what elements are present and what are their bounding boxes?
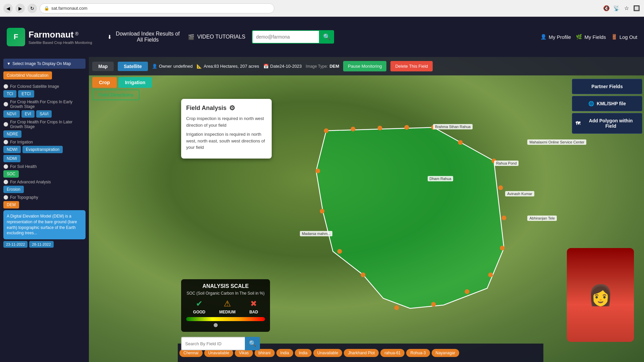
map-tab-map[interactable]: Map (92, 62, 114, 71)
app-header: F Farmonaut ® Satellite Based Crop Healt… (0, 17, 644, 57)
field-chip-india-1[interactable]: India (276, 349, 293, 357)
browser-actions: 🔇 📡 ☆ 🔲 (602, 4, 641, 12)
map-label-rahua-pond: Rahua Pond (494, 161, 519, 166)
scale-icons: ✔ GOOD ⚠ MEDIUM ✖ BAD (186, 299, 265, 314)
date-tag-2[interactable]: 28-11-2022 (29, 241, 53, 248)
evi-tag[interactable]: EVI (21, 110, 35, 118)
header-search-section: 🔍 (252, 30, 334, 44)
image-type-info: Image Type: DEM (306, 64, 339, 69)
etci-tag[interactable]: ETCI (18, 90, 34, 98)
app-name: Farmonaut (29, 29, 73, 40)
delete-field-button[interactable]: Delete This Field (390, 61, 432, 71)
logout-icon: 🚪 (611, 34, 618, 40)
my-fields-label: My Fields (584, 34, 606, 40)
popup-text-2: Irrigation inspection is required in nor… (186, 131, 267, 151)
ndmi-tag[interactable]: NDMI (3, 155, 20, 162)
url-bar[interactable]: 🔒 sat.farmonaut.com (40, 3, 274, 13)
colorblind-button[interactable]: Colorblind Visualization (3, 71, 52, 79)
field-chip-rahua-61[interactable]: rahua-61 (380, 349, 405, 357)
my-profile-button[interactable]: 👤 My Profile (540, 34, 571, 40)
logout-label: Log Out (620, 34, 637, 40)
map-label-mahalaxmi: Mahalaxmi Online Service Center (527, 139, 586, 145)
refresh-button[interactable]: ↻ (28, 4, 37, 13)
crop-irrigation-row: Crop Irrigation (92, 77, 152, 88)
bad-icon: ✖ (250, 299, 257, 308)
sidebar: ▼ Select Image To Display On Map Colorbl… (0, 57, 89, 362)
field-chip-nayanagar[interactable]: Nayanagar (432, 349, 460, 357)
dem-tag[interactable]: DEM (3, 201, 19, 208)
section-colored-satellite: ⚪ For Colored Satellite Image (3, 84, 86, 89)
star-icon[interactable]: ☆ (623, 4, 631, 12)
map-tab-satellite[interactable]: Satellite (118, 62, 148, 71)
field-chip-india-2[interactable]: India (295, 349, 312, 357)
scale-marker-dot (214, 323, 218, 327)
erosion-tag[interactable]: Erosion (3, 186, 24, 193)
map-label-brahma: Brahma Sthan Rahua (433, 124, 473, 129)
field-id-search-input[interactable] (181, 337, 245, 350)
owner-info: 👤 Owner undefined (152, 64, 193, 69)
date-tag-1[interactable]: 23-11-2022 (3, 241, 28, 248)
url-text: sat.farmonaut.com (51, 6, 88, 11)
section-crop-early: ⚪ For Crop Health For Crops In Early Gro… (3, 100, 86, 109)
field-id-search-button[interactable]: 🔍 (245, 337, 260, 350)
ndre-tag[interactable]: NDRE (3, 130, 21, 138)
add-polygon-button[interactable]: 🗺 Add Polygon within Field (572, 113, 642, 134)
back-button[interactable]: ◀ (3, 4, 13, 13)
scale-marker (186, 323, 265, 328)
field-chip-rohua-3[interactable]: Rohua-3 (406, 349, 430, 357)
scale-good: ✔ GOOD (193, 299, 206, 314)
video-icon: 🎬 (188, 34, 195, 40)
section-advanced: ⚪ For Advanced Analysis (3, 180, 86, 184)
savi-tag[interactable]: SAVI (36, 110, 52, 118)
field-action-buttons: Crop Irrigation Field Directions (92, 77, 152, 100)
kml-icon: 🌐 (588, 101, 594, 106)
mute-icon[interactable]: 🔇 (602, 4, 610, 12)
forward-button[interactable]: ▶ (15, 4, 25, 13)
scale-color-bar (186, 317, 265, 321)
field-chip-unavailable-2[interactable]: Unavailable (313, 349, 342, 357)
scale-bad: ✖ BAD (249, 299, 258, 314)
tci-tag[interactable]: TCI (3, 90, 16, 98)
popup-text-1: Crop inspection is required in north wes… (186, 115, 267, 128)
header-search-input[interactable] (252, 30, 319, 44)
lock-icon: 🔒 (44, 6, 49, 11)
tag-row-early: NDVI EVI SAVI (3, 110, 86, 118)
medium-icon: ⚠ (224, 299, 231, 308)
owner-icon: 👤 (152, 64, 157, 69)
header-search-button[interactable]: 🔍 (319, 30, 334, 44)
tag-row-topo: DEM (3, 201, 86, 208)
download-label: Download Index Results of All Fields (114, 31, 181, 43)
map-label-avinash: Avinash Kumar (505, 191, 534, 196)
field-directions-button[interactable]: Field Directions (92, 89, 140, 100)
partner-fields-button[interactable]: Partner Fields (572, 79, 642, 94)
crop-button[interactable]: Crop (92, 77, 117, 88)
date-tags: 23-11-2022 28-11-2022 (3, 241, 86, 248)
section-irrigation: ⚪ For Irrigation (3, 140, 86, 144)
select-image-button[interactable]: ▼ Select Image To Display On Map (3, 59, 86, 69)
cast-icon[interactable]: 📡 (612, 4, 621, 12)
app-reg: ® (75, 31, 78, 36)
fields-icon: 🌿 (576, 34, 582, 40)
logout-button[interactable]: 🚪 Log Out (611, 34, 637, 40)
add-polygon-icon: 🗺 (576, 121, 580, 126)
good-icon: ✔ (196, 299, 203, 308)
download-button[interactable]: ⬇ Download Index Results of All Fields (107, 31, 181, 43)
download-icon: ⬇ (107, 34, 112, 40)
pause-monitoring-button[interactable]: Pause Monitoring (343, 61, 386, 71)
ndwi-tag[interactable]: NDWI (3, 146, 21, 153)
ndvi-tag[interactable]: NDVI (3, 110, 20, 118)
tag-row-satellite: TCI ETCI (3, 90, 86, 98)
profile-icon: 👤 (540, 34, 547, 40)
video-tutorials-button[interactable]: 🎬 VIDEO TUTORIALS (188, 34, 245, 40)
evapotranspiration-tag[interactable]: Evapotranspiration (22, 146, 63, 153)
satellite-background (89, 57, 644, 362)
my-fields-button[interactable]: 🌿 My Fields (576, 34, 606, 40)
extensions-icon[interactable]: 🔲 (633, 4, 641, 12)
logo-section: F Farmonaut ® Satellite Based Crop Healt… (7, 28, 101, 46)
kml-shp-button[interactable]: 🌐 KML/SHP file (572, 96, 642, 111)
irrigation-button[interactable]: Irrigation (118, 77, 152, 88)
field-chip-jharkhand[interactable]: Jharkhand Plot (344, 349, 379, 357)
tag-row-advanced: Erosion (3, 186, 86, 193)
avatar-image: 👩 (588, 283, 613, 307)
soc-tag[interactable]: SOC (3, 170, 19, 178)
